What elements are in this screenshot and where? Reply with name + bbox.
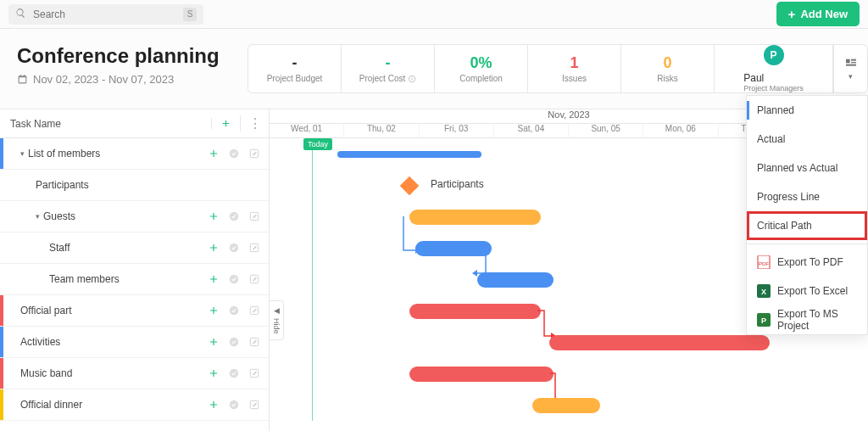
svg-rect-2: [412, 76, 413, 77]
svg-point-13: [230, 275, 239, 284]
svg-rect-4: [851, 59, 856, 61]
task-header: Task Name: [0, 118, 211, 130]
add-new-button[interactable]: + Add New: [776, 2, 860, 26]
project-manager[interactable]: P Paul Project Managers: [715, 45, 833, 92]
stat-cost-label: Project Cost: [359, 74, 416, 83]
task-complete-button[interactable]: [226, 397, 242, 412]
task-add-button[interactable]: [206, 209, 221, 224]
task-edit-button[interactable]: [247, 397, 262, 412]
menu-item-planned-vs-actual[interactable]: Planned vs Actual: [747, 154, 867, 182]
menu-item-export-to-ms-project[interactable]: PExport To MS Project: [747, 305, 867, 334]
svg-text:X: X: [761, 288, 766, 296]
task-edit-button[interactable]: [247, 271, 262, 287]
task-edit-button[interactable]: [247, 209, 262, 224]
menu-item-export-to-excel[interactable]: XExport To Excel: [747, 277, 867, 305]
task-row[interactable]: Music band: [0, 358, 269, 389]
timeline-day: Fri, 03: [420, 124, 494, 137]
task-complete-button[interactable]: [226, 271, 242, 287]
task-add-button[interactable]: [206, 397, 221, 412]
msp-icon: P: [757, 313, 771, 327]
task-edit-button[interactable]: [247, 334, 262, 350]
info-icon: [408, 75, 416, 83]
excel-icon: X: [757, 284, 771, 298]
task-row[interactable]: Official part: [0, 295, 269, 327]
plus-icon: +: [788, 9, 796, 20]
search-icon: [15, 8, 26, 21]
task-label: ▾List of members: [3, 148, 206, 160]
search-field[interactable]: S: [8, 4, 203, 25]
task-list-more-button[interactable]: ⋮: [240, 115, 269, 132]
pm-name: Paul: [743, 72, 804, 84]
chevron-down-icon[interactable]: ▾: [20, 149, 25, 158]
svg-point-17: [230, 338, 239, 347]
menu-item-critical-path[interactable]: Critical Path: [747, 211, 867, 240]
task-row[interactable]: ▾List of members: [0, 138, 269, 170]
add-column-button[interactable]: [211, 118, 240, 129]
menu-item-planned[interactable]: Planned: [747, 96, 867, 125]
task-add-button[interactable]: [206, 334, 221, 350]
hide-panel-toggle[interactable]: ◀ Hide: [270, 300, 284, 340]
task-complete-button[interactable]: [226, 209, 242, 224]
gantt-bar[interactable]: [477, 272, 554, 288]
task-add-button[interactable]: [206, 271, 221, 287]
task-complete-button[interactable]: [226, 334, 242, 350]
view-options-button[interactable]: ▾: [833, 45, 867, 92]
task-add-button[interactable]: [206, 303, 221, 318]
task-add-button[interactable]: [206, 146, 221, 161]
task-row[interactable]: Participants: [0, 170, 269, 201]
task-label: Staff: [3, 242, 206, 254]
stat-risks-label: Risks: [657, 74, 677, 83]
gantt-bar[interactable]: [409, 210, 541, 225]
gantt-bar[interactable]: [409, 304, 541, 319]
gantt-bar[interactable]: [415, 241, 492, 256]
task-edit-button[interactable]: [247, 146, 262, 161]
stat-risks[interactable]: 0 Risks: [621, 45, 715, 92]
task-complete-button[interactable]: [226, 240, 242, 255]
gantt-bar[interactable]: [337, 151, 481, 158]
svg-text:P: P: [761, 316, 766, 325]
menu-item-actual[interactable]: Actual: [747, 125, 867, 154]
date-range: Nov 02, 2023 - Nov 07, 2023: [17, 73, 220, 86]
stat-issues-label: Issues: [562, 74, 587, 83]
date-range-text: Nov 02, 2023 - Nov 07, 2023: [33, 73, 174, 86]
task-complete-button[interactable]: [226, 303, 242, 318]
svg-rect-1: [412, 78, 413, 81]
task-complete-button[interactable]: [226, 366, 242, 381]
milestone-icon[interactable]: [400, 176, 420, 196]
menu-item-progress-line[interactable]: Progress Line: [747, 182, 867, 211]
today-line: [312, 138, 313, 421]
calendar-icon: [17, 74, 28, 85]
gantt-bar[interactable]: [549, 335, 770, 350]
task-row[interactable]: ▾Guests: [0, 201, 269, 232]
task-add-button[interactable]: [206, 366, 221, 381]
timeline-day: Wed, 01: [270, 124, 344, 137]
svg-point-11: [230, 243, 239, 253]
task-edit-button[interactable]: [247, 366, 262, 381]
task-edit-button[interactable]: [247, 303, 262, 318]
layout-icon: [844, 57, 858, 70]
stat-completion-value: 0%: [470, 54, 492, 72]
stat-issues[interactable]: 1 Issues: [528, 45, 621, 92]
task-row[interactable]: Team members: [0, 264, 269, 295]
task-list: Task Name ⋮ ▾List of membersParticipants…: [0, 109, 270, 431]
task-row[interactable]: Official dinner: [0, 389, 269, 421]
task-row[interactable]: Staff: [0, 232, 269, 264]
stat-budget[interactable]: - Project Budget: [248, 45, 342, 92]
chevron-down-icon[interactable]: ▾: [36, 212, 40, 221]
gantt-bar[interactable]: [532, 398, 600, 413]
stat-budget-label: Project Budget: [267, 74, 323, 83]
task-complete-button[interactable]: [226, 146, 242, 161]
stat-completion[interactable]: 0% Completion: [435, 45, 528, 92]
task-label: Activities: [3, 336, 206, 348]
gantt-bar[interactable]: [409, 367, 554, 382]
menu-item-export-to-pdf[interactable]: PDFExport To PDF: [747, 248, 867, 277]
view-menu-dropdown: PlannedActualPlanned vs ActualProgress L…: [746, 95, 868, 335]
task-edit-button[interactable]: [247, 240, 262, 255]
stat-cost[interactable]: - Project Cost: [342, 45, 435, 92]
task-add-button[interactable]: [206, 240, 221, 255]
search-input[interactable]: [31, 8, 178, 21]
task-row[interactable]: Activities: [0, 327, 269, 358]
stat-issues-value: 1: [570, 54, 578, 72]
svg-text:PDF: PDF: [759, 261, 769, 266]
stats-panel: - Project Budget - Project Cost 0% Compl…: [248, 44, 868, 93]
